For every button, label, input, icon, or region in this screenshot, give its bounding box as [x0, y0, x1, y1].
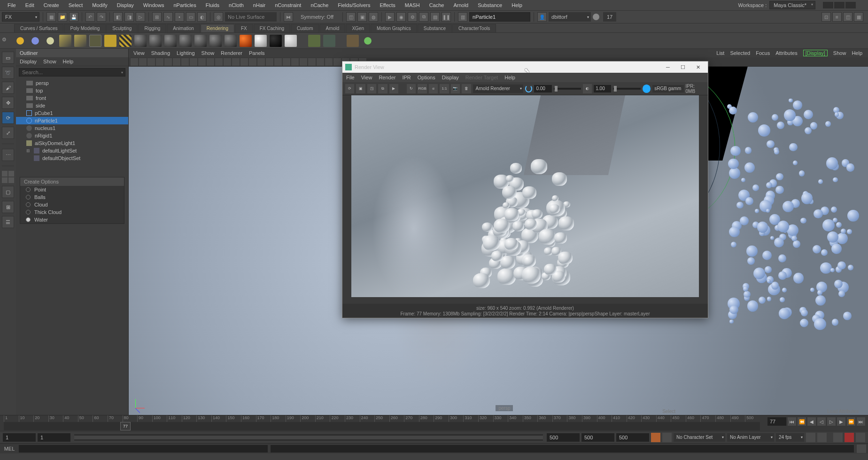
- ae-focus[interactable]: Focus: [756, 50, 770, 56]
- gamma-slider[interactable]: [613, 88, 640, 90]
- timeline-track[interactable]: 77: [4, 422, 760, 430]
- rv-minimize-icon[interactable]: ─: [661, 62, 675, 72]
- select-mask-icon[interactable]: ◧: [113, 12, 123, 22]
- render-settings-icon[interactable]: ⚙: [408, 12, 417, 22]
- isolate-icon[interactable]: ▣: [357, 12, 367, 22]
- tab-mograph[interactable]: Motion Graphics: [371, 24, 417, 32]
- outliner-item-persp[interactable]: persp: [16, 79, 128, 87]
- step-forward-icon[interactable]: ▶: [837, 417, 845, 426]
- rv-ratio-icon[interactable]: 1:1: [440, 84, 449, 93]
- rv-help[interactable]: Help: [504, 75, 515, 80]
- opt-point[interactable]: Point: [20, 186, 124, 193]
- hypershade-icon2[interactable]: [119, 35, 132, 47]
- range-end-field[interactable]: 500: [616, 433, 649, 442]
- symmetry-icon[interactable]: ⧓: [284, 12, 293, 22]
- vp-motion-blur-icon[interactable]: [291, 58, 299, 66]
- rv-render-seq-icon[interactable]: ⧉: [378, 84, 387, 93]
- tab-rendering[interactable]: Rendering: [201, 24, 234, 32]
- tab-fxcache[interactable]: FX Caching: [254, 24, 290, 32]
- menu-effects[interactable]: Effects: [375, 1, 400, 9]
- outliner-item-nucleus1[interactable]: nucleus1: [16, 124, 128, 132]
- toggle-ipr-icon[interactable]: [362, 35, 374, 47]
- rv-render[interactable]: Render: [379, 75, 395, 80]
- outliner-show[interactable]: Show: [43, 59, 56, 64]
- standard-surface-white-icon[interactable]: [255, 35, 267, 47]
- play-forward-icon[interactable]: ▷: [827, 417, 836, 426]
- quick-select-icon[interactable]: ▥: [458, 12, 467, 22]
- vp-show[interactable]: Show: [202, 50, 215, 56]
- current-frame-field[interactable]: 77: [767, 417, 786, 426]
- volume-light-icon[interactable]: [89, 35, 101, 47]
- material-lambert-icon[interactable]: [134, 35, 147, 47]
- ambient-light-icon[interactable]: [14, 35, 26, 47]
- tab-anim[interactable]: Animation: [167, 24, 200, 32]
- render-sequence-icon[interactable]: ⧉: [419, 12, 428, 22]
- open-scene-icon[interactable]: 📁: [58, 12, 67, 22]
- menu-windows[interactable]: Windows: [139, 1, 169, 9]
- rotate-tool-icon[interactable]: ⟳: [2, 112, 14, 124]
- window-close-icon[interactable]: [845, 2, 856, 8]
- vp-textured-icon[interactable]: [257, 58, 265, 66]
- save-scene-icon[interactable]: 💾: [69, 12, 78, 22]
- outliner-item-objset[interactable]: defaultObjectSet: [16, 154, 128, 162]
- tab-substance[interactable]: Substance: [418, 24, 452, 32]
- exposure-slider[interactable]: [554, 88, 581, 90]
- vp-lock-camera-icon[interactable]: [139, 58, 147, 66]
- menu-ncloth[interactable]: nCloth: [224, 1, 248, 9]
- anim-layer-dropdown[interactable]: No Anim Layer: [727, 433, 774, 442]
- character-set-dropdown[interactable]: No Character Set: [674, 433, 725, 442]
- lasso-tool-icon[interactable]: ➰: [2, 67, 14, 79]
- fps-dropdown[interactable]: 24 fps: [776, 433, 804, 442]
- menu-nconstraint[interactable]: nConstraint: [270, 1, 306, 9]
- rv-remove-image-icon[interactable]: 🗑: [462, 84, 471, 93]
- construction-history-icon[interactable]: ◫: [346, 12, 356, 22]
- redo-icon[interactable]: ↷: [97, 12, 106, 22]
- select-by-type-icon[interactable]: ▷: [136, 12, 145, 22]
- menu-arnold[interactable]: Arnold: [449, 1, 473, 9]
- vp-grid-icon[interactable]: [181, 58, 189, 66]
- menu-edit[interactable]: Edit: [21, 1, 39, 9]
- spot-light-icon[interactable]: [59, 35, 71, 47]
- set-key-icon[interactable]: [662, 433, 672, 442]
- script-editor-icon[interactable]: [857, 445, 866, 453]
- rv-render-region-icon[interactable]: ▣: [356, 84, 365, 93]
- render-view-titlebar[interactable]: Render View ─ ☐ ✕: [342, 61, 708, 73]
- rv-redo-render-icon[interactable]: ⟳: [345, 84, 354, 93]
- ae-selected[interactable]: Selected: [730, 50, 750, 56]
- rv-view[interactable]: View: [361, 75, 372, 80]
- render-current-icon[interactable]: ▶: [385, 12, 395, 22]
- standard-surface-black-icon[interactable]: [270, 35, 282, 47]
- rv-snapshot-icon[interactable]: ◳: [367, 84, 376, 93]
- layout-grid-icon[interactable]: [2, 171, 14, 183]
- range-start-field[interactable]: 1: [3, 433, 36, 442]
- batch-render-icon[interactable]: [347, 35, 359, 47]
- vp-lights-icon[interactable]: [266, 58, 273, 66]
- render-view-body[interactable]: [342, 95, 708, 304]
- tab-chartools[interactable]: CharacterTools: [452, 24, 496, 32]
- outliner-search[interactable]: Search...: [19, 68, 125, 77]
- rv-alpha-icon[interactable]: α: [429, 84, 438, 93]
- symmetry-label[interactable]: Symmetry: Off: [295, 14, 339, 20]
- vp-field-chart-icon[interactable]: [215, 58, 223, 66]
- rv-refresh-icon[interactable]: ↻: [407, 84, 416, 93]
- workspace-dropdown[interactable]: Maya Classic*: [769, 1, 815, 9]
- shelf-edit-icon[interactable]: ⚙: [2, 37, 10, 45]
- vp-ao-icon[interactable]: [283, 58, 290, 66]
- ae-help[interactable]: Help: [852, 50, 862, 56]
- outliner-item-lightset[interactable]: ⊞defaultLightSet: [16, 147, 128, 154]
- audio-toggle-icon[interactable]: [833, 433, 843, 442]
- standard-surface-orange-icon[interactable]: [240, 35, 252, 47]
- undo-icon[interactable]: ↶: [85, 12, 95, 22]
- autokey-icon[interactable]: [651, 433, 660, 442]
- vp-smooth-icon[interactable]: [249, 58, 256, 66]
- material-anisotropic-icon[interactable]: [209, 35, 222, 47]
- live-toggle-icon[interactable]: ◎: [214, 12, 223, 22]
- material-ramp-icon[interactable]: [194, 35, 207, 47]
- vp-bookmark-icon[interactable]: [147, 58, 155, 66]
- ipr-icon[interactable]: ◉: [396, 12, 406, 22]
- tab-custom[interactable]: Custom: [291, 24, 319, 32]
- account-icon[interactable]: 👤: [537, 12, 547, 22]
- pause-icon[interactable]: ❚❚: [442, 12, 451, 22]
- menu-create[interactable]: Create: [39, 1, 64, 9]
- live-surface-field[interactable]: No Live Surface: [225, 12, 277, 22]
